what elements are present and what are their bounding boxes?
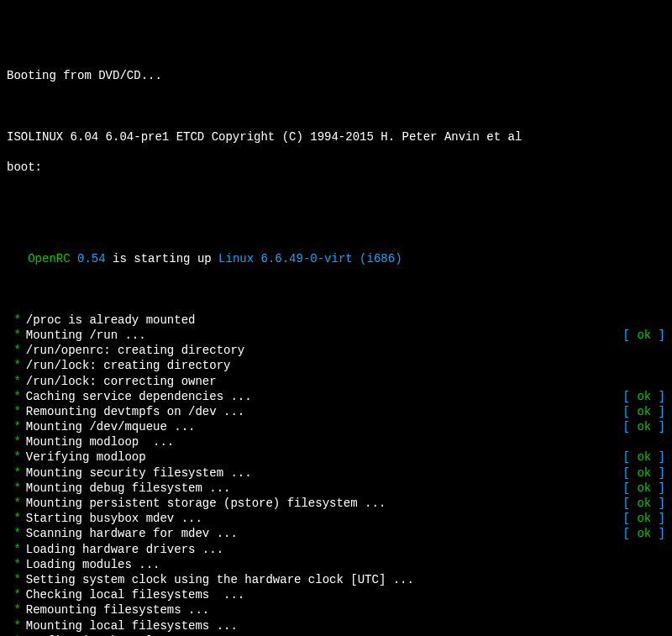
boot-line: *Mounting /run ...[ ok ]	[7, 328, 665, 343]
boot-message: Verifying modloop	[26, 449, 623, 465]
boot-line: */run/lock: creating directory	[7, 358, 665, 373]
asterisk-icon: *	[7, 449, 21, 465]
boot-line: *Scanning hardware for mdev ...[ ok ]	[7, 526, 665, 541]
boot-message: Remounting devtmpfs on /dev ...	[26, 404, 623, 419]
boot-message: Scanning hardware for mdev ...	[26, 526, 623, 541]
boot-message: Caching service dependencies ...	[26, 389, 623, 404]
boot-message: Mounting debug filesystem ...	[26, 481, 623, 496]
boot-line: *Remounting filesystems ...	[7, 602, 665, 618]
status-ok: [ ok ]	[623, 449, 665, 465]
boot-message: Checking local filesystems ...	[26, 587, 665, 602]
boot-message: /run/openrc: creating directory	[26, 343, 665, 358]
boot-line: *Caching service dependencies ...[ ok ]	[7, 389, 665, 404]
boot-message: Setting system clock using the hardware …	[26, 572, 665, 587]
asterisk-icon: *	[7, 481, 21, 496]
asterisk-icon: *	[7, 389, 21, 404]
openrc-line: OpenRC 0.54 is starting up Linux 6.6.49-…	[7, 251, 665, 266]
boot-messages: */proc is already mounted *Mounting /run…	[7, 313, 665, 636]
boot-line: *Mounting modloop ...	[7, 434, 665, 449]
boot-line: *Checking local filesystems ...	[7, 587, 665, 602]
boot-line: *Loading modules ...	[7, 557, 665, 572]
asterisk-icon: *	[7, 404, 21, 419]
boot-message: Loading modules ...	[26, 557, 665, 572]
asterisk-icon: *	[7, 328, 21, 343]
status-ok: [ ok ]	[623, 511, 665, 526]
boot-line: */run/openrc: creating directory	[7, 343, 665, 358]
asterisk-icon: *	[7, 618, 21, 633]
status-ok: [ ok ]	[623, 328, 665, 343]
boot-message: Mounting modloop ...	[26, 434, 665, 449]
asterisk-icon: *	[7, 465, 21, 481]
boot-line: *Verifying modloop[ ok ]	[7, 449, 665, 465]
asterisk-icon: *	[7, 358, 21, 373]
asterisk-icon: *	[7, 419, 21, 434]
boot-message: Starting busybox mdev ...	[26, 511, 623, 526]
asterisk-icon: *	[7, 557, 21, 572]
asterisk-icon: *	[7, 434, 21, 449]
boot-message: /run/lock: creating directory	[26, 358, 665, 373]
boot-message: /run/lock: correcting owner	[26, 374, 665, 389]
boot-line: *Mounting persistent storage (pstore) fi…	[7, 496, 665, 511]
status-ok: [ ok ]	[623, 404, 665, 419]
boot-line: *Setting system clock using the hardware…	[7, 572, 665, 587]
status-ok: [ ok ]	[623, 419, 665, 434]
boot-line: *Mounting debug filesystem ...[ ok ]	[7, 481, 665, 496]
boot-line: *Mounting security filesystem ...[ ok ]	[7, 465, 665, 481]
boot-message: Loading hardware drivers ...	[26, 542, 665, 557]
asterisk-icon: *	[7, 602, 21, 618]
boot-message: /proc is already mounted	[26, 313, 665, 328]
boot-message: Remounting filesystems ...	[26, 602, 665, 618]
boot-prompt[interactable]: boot:	[7, 160, 665, 175]
boot-message: Mounting local filesystems ...	[26, 618, 665, 633]
boot-line: */proc is already mounted	[7, 313, 665, 328]
openrc-label: OpenRC	[28, 252, 70, 265]
isolinux-line: ISOLINUX 6.04 6.04-pre1 ETCD Copyright (…	[7, 129, 665, 145]
status-ok: [ ok ]	[623, 389, 665, 404]
status-ok: [ ok ]	[623, 465, 665, 481]
boot-message: Mounting /dev/mqueue ...	[26, 419, 623, 434]
openrc-version: 0.54	[77, 252, 106, 265]
openrc-starting: is starting up	[113, 252, 212, 265]
asterisk-icon: *	[7, 496, 21, 511]
asterisk-icon: *	[7, 511, 21, 526]
boot-line: *Loading hardware drivers ...	[7, 542, 665, 557]
boot-line: *Mounting local filesystems ...	[7, 618, 665, 633]
asterisk-icon: *	[7, 526, 21, 541]
asterisk-icon: *	[7, 374, 21, 389]
status-ok: [ ok ]	[623, 496, 665, 511]
kernel-label: Linux 6.6.49-0-virt (i686)	[218, 252, 402, 265]
boot-message: Mounting /run ...	[26, 328, 623, 343]
boot-message: Mounting security filesystem ...	[26, 465, 623, 481]
asterisk-icon: *	[7, 572, 21, 587]
boot-line: *Starting busybox mdev ...[ ok ]	[7, 511, 665, 526]
boot-line: *Remounting devtmpfs on /dev ...[ ok ]	[7, 404, 665, 419]
boot-line: */run/lock: correcting owner	[7, 374, 665, 389]
asterisk-icon: *	[7, 343, 21, 358]
status-ok: [ ok ]	[623, 481, 665, 496]
asterisk-icon: *	[7, 542, 21, 557]
asterisk-icon: *	[7, 587, 21, 602]
boot-line: *Mounting /dev/mqueue ...[ ok ]	[7, 419, 665, 434]
status-ok: [ ok ]	[623, 526, 665, 541]
boot-header-line: Booting from DVD/CD...	[7, 68, 665, 83]
asterisk-icon: *	[7, 313, 21, 328]
boot-message: Mounting persistent storage (pstore) fil…	[26, 496, 623, 511]
